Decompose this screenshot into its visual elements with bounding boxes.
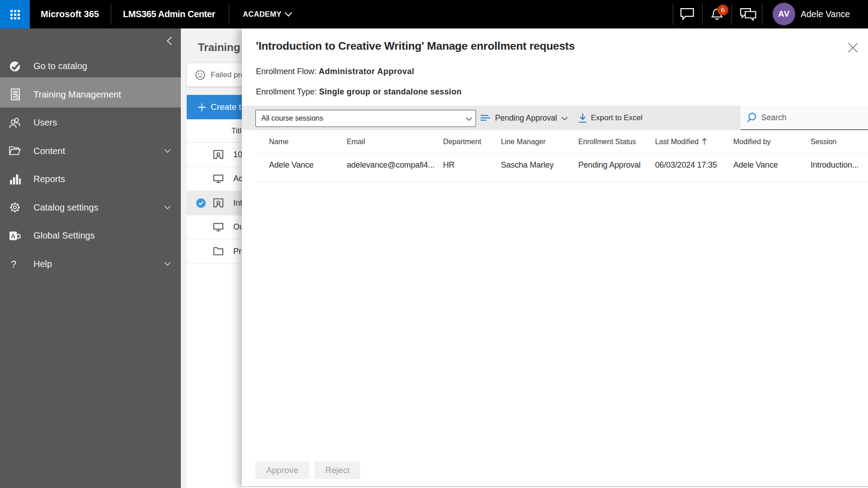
svg-text:A: A xyxy=(11,233,15,239)
